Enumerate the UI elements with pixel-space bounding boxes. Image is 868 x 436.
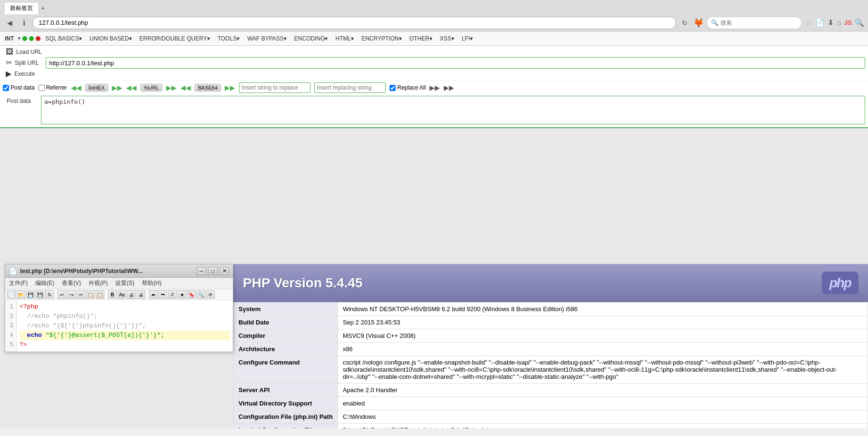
extension-icon: 🦊 [693, 18, 704, 28]
php-table-value: C:\Windows [338, 410, 868, 424]
open-file-icon[interactable]: 📂 [17, 290, 25, 299]
line-numbers: 1 2 3 4 5 [5, 300, 17, 352]
dropdown-icon[interactable]: ▼ [17, 36, 21, 41]
load-url-button[interactable]: 🖼 Load URL [3, 47, 46, 57]
info-button[interactable]: ℹ [18, 17, 30, 29]
file-menu[interactable]: 文件(F) [5, 278, 31, 288]
close-button[interactable]: ✕ [219, 267, 229, 275]
encryption-menu[interactable]: ENCRYPTION▾ [358, 34, 405, 43]
refresh-icon[interactable]: ↻ [45, 290, 54, 299]
copy-icon[interactable]: 📋 [86, 290, 95, 299]
post-data-textarea[interactable]: a=phpinfo() [41, 96, 865, 124]
paste-icon[interactable]: 📋 [96, 290, 104, 299]
appearance-menu[interactable]: 外观(P) [85, 278, 111, 288]
other-menu[interactable]: OTHER▾ [406, 34, 436, 43]
page-icon[interactable]: 📄 [815, 18, 825, 27]
url-input[interactable] [46, 57, 865, 69]
view-menu[interactable]: 查看(V) [58, 278, 85, 288]
php-header: PHP Version 5.4.45 php [233, 264, 868, 302]
base64-label: BASE64 [198, 85, 218, 91]
error-double-query-menu[interactable]: ERROR/DOUBLE QUERY▾ [136, 34, 214, 43]
post-data-checkbox[interactable] [3, 85, 9, 91]
php-table-row: Loaded Configuration FileD:\env\PHPstudy… [234, 424, 868, 429]
percent-url-button[interactable]: %URL [140, 84, 162, 91]
accessibility-icon[interactable]: 🔍 [855, 18, 864, 27]
tab-bar: 新标签页 + [0, 0, 868, 14]
load-url-label: Load URL [16, 49, 42, 55]
php-table-row: Build DateSep 2 2015 23:45:53 [234, 316, 868, 329]
plugin-area: 🖼 Load URL ✂ Split URL ▶ Execute Post da… [0, 46, 868, 128]
html-menu[interactable]: HTML▾ [332, 34, 358, 43]
waf-bypass-menu[interactable]: WAF BYPASS▾ [243, 34, 290, 43]
minimize-button[interactable]: ─ [197, 267, 206, 275]
php-close-tag: ?> [20, 341, 27, 348]
home-icon[interactable]: ⌂ [837, 19, 841, 27]
php-info-table: SystemWindows NT DESKTOP-H5VBSM8 6.2 bui… [233, 302, 868, 428]
php-open-tag: <?php [20, 303, 38, 310]
sql-basics-menu[interactable]: SQL BASICS▾ [41, 34, 86, 43]
hex-encode-button[interactable]: 0xHEX [85, 84, 108, 91]
search-icon: 🔍 [711, 19, 718, 26]
cut-icon[interactable]: ✂ [77, 290, 85, 299]
font-size-icon[interactable]: Aa [118, 290, 126, 299]
php-table-row: Configure Commandcscript /nologo configu… [234, 356, 868, 384]
bold-icon[interactable]: B [108, 290, 117, 299]
referrer-checkbox[interactable] [39, 85, 45, 91]
download-icon[interactable]: ⬇ [828, 18, 834, 27]
settings-menu[interactable]: 设置(S) [111, 278, 138, 288]
star-editor-icon[interactable]: ★ [178, 290, 186, 299]
post-data-row: Post data a=phpinfo() [0, 95, 868, 127]
line-num-3: 3 [8, 321, 13, 331]
address-bar[interactable] [32, 17, 676, 29]
reload-button[interactable]: ↻ [679, 17, 690, 29]
new-tab-button[interactable]: + [41, 4, 45, 12]
save-icon[interactable]: 💾 [26, 290, 35, 299]
redo-icon[interactable]: ↪ [67, 290, 76, 299]
maximize-button[interactable]: □ [208, 267, 218, 275]
search-editor-icon[interactable]: 🔍 [197, 290, 205, 299]
replace-all-checkbox[interactable] [389, 85, 396, 91]
replace-all-checkbox-label[interactable]: Replace All [389, 84, 426, 91]
xss-menu[interactable]: XSS▾ [436, 34, 458, 43]
star-icon[interactable]: ☆ [805, 18, 812, 28]
insert-replacing-input[interactable] [314, 82, 386, 93]
execute-icon: ▶ [6, 69, 11, 78]
code-line-2: //echo "phpinfo()"; [20, 312, 230, 321]
back-button[interactable]: ◀ [4, 17, 15, 29]
print-icon[interactable]: 🖨 [127, 290, 136, 299]
save-all-icon[interactable]: 💾 [36, 290, 44, 299]
browser-tab[interactable]: 新标签页 [4, 2, 39, 14]
line-num-5: 5 [8, 340, 13, 350]
split-url-button[interactable]: ✂ Split URL [3, 57, 46, 68]
union-based-menu[interactable]: UNION BASED▾ [86, 34, 136, 43]
print2-icon[interactable]: 🖨 [137, 290, 145, 299]
code-area[interactable]: <?php //echo "phpinfo()"; //echo "{${'{'… [17, 300, 233, 352]
referrer-checkbox-label[interactable]: Referrer [39, 84, 67, 91]
post-data-checkbox-label[interactable]: Post data [3, 84, 35, 91]
edit-menu[interactable]: 编辑(E) [31, 278, 58, 288]
encoding-menu[interactable]: ENCODING▾ [290, 34, 332, 43]
insert-replace-input[interactable] [239, 82, 310, 93]
indent-icon[interactable]: ⮕ [159, 290, 167, 299]
outdent-icon[interactable]: ⬅ [149, 290, 158, 299]
php-table-value: D:\env\PHPstudy\PHPTutorial\php\php-5.4.… [338, 424, 868, 429]
arrow-left-3: ◀◀ [180, 84, 191, 91]
php-table-key: System [234, 303, 338, 316]
url-row: 🖼 Load URL ✂ Split URL ▶ Execute [0, 46, 868, 80]
arrow-right-4: ▶▶ [429, 84, 440, 91]
comment-icon[interactable]: // [168, 290, 177, 299]
editor-titlebar: 📄 test.php [D:\env\PHPstudy\PHPTutorial\… [5, 264, 233, 278]
replace-editor-icon[interactable]: ⟳ [206, 290, 215, 299]
bookmark-icon[interactable]: 🔖 [187, 290, 196, 299]
base64-button[interactable]: BASE64 [195, 84, 221, 91]
arrow-right-3: ▶▶ [225, 84, 235, 91]
percent-url-label: %URL [144, 85, 159, 91]
lfi-menu[interactable]: LFI▾ [458, 34, 477, 43]
execute-button[interactable]: ▶ Execute [3, 68, 46, 79]
tools-menu[interactable]: TOOLS▾ [214, 34, 243, 43]
help-menu[interactable]: 帮助(H) [138, 278, 165, 288]
new-file-icon[interactable]: 📄 [7, 290, 16, 299]
search-input[interactable] [720, 20, 798, 26]
undo-icon[interactable]: ↩ [58, 290, 66, 299]
line-num-4: 4 [8, 331, 13, 340]
